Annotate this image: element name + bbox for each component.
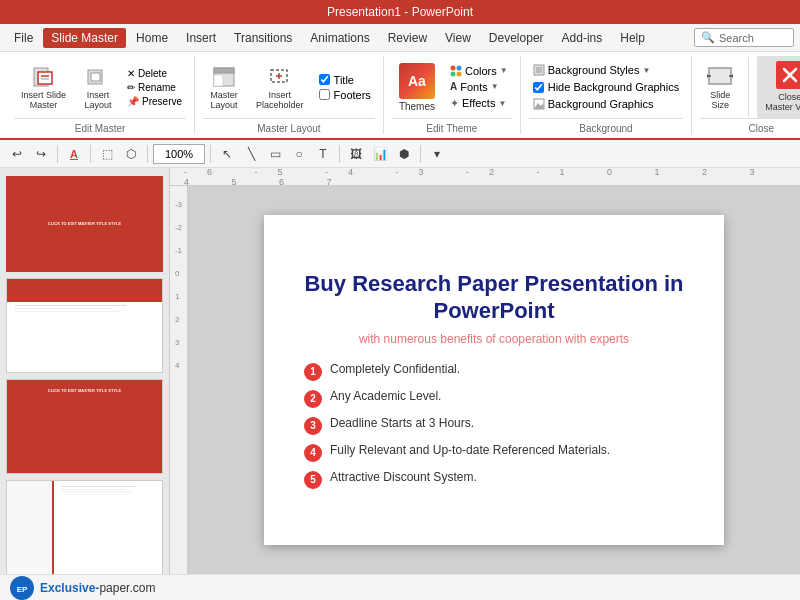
colors-dropdown[interactable]: Colors ▼	[446, 64, 512, 78]
edit-master-label: Edit Master	[14, 118, 186, 134]
close-master-icon	[776, 61, 800, 89]
menu-transitions[interactable]: Transitions	[226, 28, 300, 48]
list-badge-3: 3	[304, 417, 322, 435]
toolbar-sep-2	[90, 145, 91, 163]
slide-thumb-container-3: CLICK TO EDIT MASTER TITLE STYLE 3	[6, 379, 163, 474]
cursor-button[interactable]: ↖	[216, 143, 238, 165]
arrange-button[interactable]: ⬡	[120, 143, 142, 165]
zoom-input[interactable]	[153, 144, 205, 164]
menu-insert[interactable]: Insert	[178, 28, 224, 48]
toolbar-sep-4	[210, 145, 211, 163]
slide-thumb-2[interactable]	[6, 278, 163, 373]
toolbar-sep-1	[57, 145, 58, 163]
rename-button[interactable]: ✏ Rename	[123, 81, 186, 94]
smartart-button[interactable]: ⬢	[393, 143, 415, 165]
menu-animations[interactable]: Animations	[302, 28, 377, 48]
preserve-icon: 📌	[127, 96, 139, 107]
background-graphics-item[interactable]: Background Graphics	[529, 97, 683, 111]
delete-button[interactable]: ✕ Delete	[123, 67, 186, 80]
slide-size-label: SlideSize	[710, 91, 730, 111]
svg-text:EP: EP	[17, 585, 28, 594]
slide-canvas[interactable]: Buy Research Paper Presentation in Power…	[264, 215, 724, 545]
rect-button[interactable]: ▭	[264, 143, 286, 165]
insert-placeholder-button[interactable]: InsertPlaceholder	[249, 59, 311, 115]
thumb-4-lines	[61, 486, 154, 493]
thumb-line	[15, 305, 127, 307]
background-styles-label: Background Styles	[548, 64, 640, 76]
master-layout-label-bottom: Master Layout	[203, 118, 375, 134]
more-button[interactable]: ▾	[426, 143, 448, 165]
chart-button[interactable]: 📊	[369, 143, 391, 165]
insert-slide-master-button[interactable]: Insert SlideMaster	[14, 59, 73, 115]
toolbar-row: ↩ ↪ A ⬚ ⬡ ↖ ╲ ▭ ○ T 🖼 📊 ⬢ ▾	[0, 140, 800, 168]
fonts-dropdown[interactable]: A Fonts ▼	[446, 80, 512, 94]
list-badge-4: 4	[304, 444, 322, 462]
menu-help[interactable]: Help	[612, 28, 653, 48]
title-checkbox[interactable]	[319, 74, 330, 85]
list-badge-5: 5	[304, 471, 322, 489]
image-button[interactable]: 🖼	[345, 143, 367, 165]
menu-review[interactable]: Review	[380, 28, 435, 48]
edit-theme-label: Edit Theme	[392, 118, 512, 134]
search-icon: 🔍	[701, 31, 715, 44]
rename-icon: ✏	[127, 82, 135, 93]
canvas-with-ruler: -3 -2 -1 0 1 2 3 4 Buy Research Paper Pr…	[170, 186, 800, 574]
ruler-horizontal: -6 -5 -4 -3 -2 -1 0 1 2 3 4 5 6 7	[170, 168, 800, 186]
list-item-3: 3 Deadline Starts at 3 Hours.	[304, 416, 684, 435]
fonts-icon: A	[450, 81, 457, 92]
redo-button[interactable]: ↪	[30, 143, 52, 165]
menu-home[interactable]: Home	[128, 28, 176, 48]
search-box[interactable]: 🔍 Search	[694, 28, 794, 47]
main-area: CLICK TO EDIT MASTER TITLE STYLE 1	[0, 168, 800, 574]
thumb-3-inner: CLICK TO EDIT MASTER TITLE STYLE	[7, 380, 162, 473]
menu-developer[interactable]: Developer	[481, 28, 552, 48]
textbox-button[interactable]: T	[312, 143, 334, 165]
svg-rect-17	[536, 67, 542, 73]
shapes-button[interactable]: ⬚	[96, 143, 118, 165]
undo-button[interactable]: ↩	[6, 143, 28, 165]
hide-bg-check[interactable]: Hide Background Graphics	[529, 79, 683, 95]
close-master-view-button[interactable]: CloseMaster View	[757, 56, 800, 118]
thumb-1-text: CLICK TO EDIT MASTER TITLE STYLE	[45, 218, 124, 229]
menu-file[interactable]: File	[6, 28, 41, 48]
effects-label: Effects	[462, 97, 495, 109]
list-badge-1: 1	[304, 363, 322, 381]
title-check[interactable]: Title	[319, 74, 371, 86]
toolbar-sep-5	[339, 145, 340, 163]
effects-dropdown[interactable]: ✦ Effects ▼	[446, 96, 512, 111]
thumb-line	[61, 489, 126, 490]
master-layout-button[interactable]: MasterLayout	[203, 59, 245, 115]
svg-rect-8	[214, 75, 223, 86]
svg-point-12	[451, 65, 456, 70]
circle-button[interactable]: ○	[288, 143, 310, 165]
brand-logo-icon: EP	[12, 578, 32, 598]
hide-bg-checkbox[interactable]	[533, 82, 544, 93]
slide-size-button[interactable]: SlideSize	[700, 59, 740, 115]
menu-addins[interactable]: Add-ins	[554, 28, 611, 48]
font-color-button[interactable]: A	[63, 143, 85, 165]
title-check-label: Title	[334, 74, 354, 86]
menu-view[interactable]: View	[437, 28, 479, 48]
themes-button[interactable]: Aa Themes	[392, 58, 442, 117]
effects-icon: ✦	[450, 97, 459, 110]
line-button[interactable]: ╲	[240, 143, 262, 165]
background-styles-dropdown[interactable]: Background Styles ▼	[529, 63, 683, 77]
list-text-5: Attractive Discount System.	[330, 470, 477, 484]
background-buttons: Background Styles ▼ Hide Background Grap…	[529, 56, 683, 118]
insert-layout-button[interactable]: InsertLayout	[77, 59, 119, 115]
slide-list: 1 Completely Confidential. 2 Any Academi…	[304, 362, 684, 489]
footers-check[interactable]: Footers	[319, 89, 371, 101]
insert-slide-master-icon	[30, 63, 58, 91]
menu-slide-master[interactable]: Slide Master	[43, 28, 126, 48]
slide-thumb-1[interactable]: CLICK TO EDIT MASTER TITLE STYLE	[6, 176, 163, 272]
slide-thumb-3[interactable]: CLICK TO EDIT MASTER TITLE STYLE	[6, 379, 163, 474]
ruler-vertical: -3 -2 -1 0 1 2 3 4	[170, 186, 188, 574]
ribbon-group-edit-master: Insert SlideMaster InsertLayout ✕ Delete…	[6, 56, 195, 134]
footers-checkbox[interactable]	[319, 89, 330, 100]
menu-bar: File Slide Master Home Insert Transition…	[0, 24, 800, 52]
svg-rect-20	[709, 68, 731, 84]
preserve-button[interactable]: 📌 Preserve	[123, 95, 186, 108]
slide-thumb-4[interactable]	[6, 480, 163, 574]
slide-canvas-container: Buy Research Paper Presentation in Power…	[188, 186, 800, 574]
content-area: -6 -5 -4 -3 -2 -1 0 1 2 3 4 5 6 7 -3 -2 …	[170, 168, 800, 574]
